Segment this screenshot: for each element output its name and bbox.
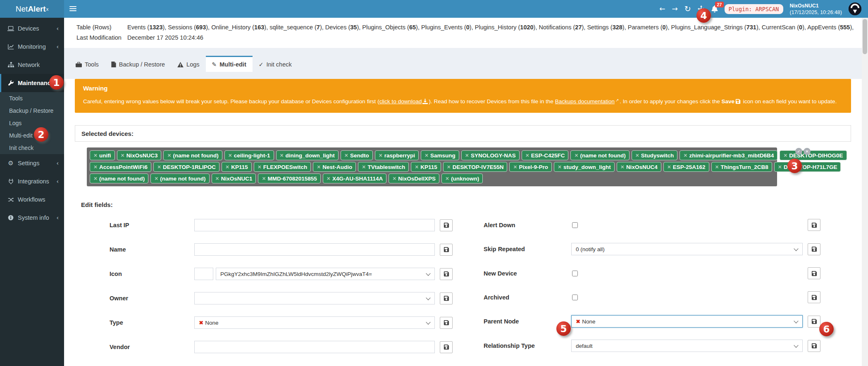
tab-tools[interactable]: Tools bbox=[69, 56, 105, 72]
device-tag[interactable]: MMD-67082015855 bbox=[258, 173, 320, 183]
device-tag[interactable]: NixOsDellXPS bbox=[389, 173, 439, 183]
save-name-button[interactable] bbox=[440, 244, 453, 256]
clear-devices-button[interactable] bbox=[804, 148, 811, 155]
remove-tag-icon[interactable] bbox=[362, 164, 366, 170]
sidebar-toggle-icon[interactable] bbox=[69, 5, 78, 12]
save-skip-repeated-button[interactable] bbox=[808, 243, 820, 255]
vendor-input[interactable] bbox=[194, 341, 435, 353]
device-tag[interactable]: raspberrypi bbox=[375, 150, 419, 160]
device-tag[interactable]: KP115 bbox=[222, 162, 252, 172]
device-tag[interactable]: ThingsTurn_2CB8 bbox=[711, 162, 772, 172]
remove-tag-icon[interactable] bbox=[225, 164, 229, 170]
device-tag[interactable]: unifi bbox=[90, 150, 115, 160]
remove-tag-icon[interactable] bbox=[415, 164, 419, 170]
remove-tag-icon[interactable] bbox=[683, 152, 687, 158]
device-tag[interactable]: AccessPointWiFi6 bbox=[90, 162, 151, 172]
remove-tag-icon[interactable] bbox=[93, 152, 98, 158]
save-new-device-button[interactable] bbox=[808, 267, 820, 279]
device-tag[interactable]: Sendto bbox=[341, 150, 373, 160]
remove-tag-icon[interactable] bbox=[447, 164, 451, 170]
save-owner-button[interactable] bbox=[440, 292, 453, 304]
sidebar-item-init-check[interactable]: Init check bbox=[0, 142, 64, 154]
remove-tag-icon[interactable] bbox=[667, 164, 671, 170]
sidebar-item-integrations[interactable]: Integrations ‹ bbox=[0, 172, 64, 190]
remove-tag-icon[interactable] bbox=[280, 152, 284, 158]
refresh-icon[interactable]: ↻ bbox=[684, 5, 691, 13]
save-last-ip-button[interactable] bbox=[440, 219, 453, 231]
icon-select[interactable]: PGkgY2xhc3M9ImZhIGZhLW5ldHdvcmstd2lyZWQi… bbox=[216, 268, 435, 280]
save-type-button[interactable] bbox=[440, 317, 453, 329]
remove-tag-icon[interactable] bbox=[167, 152, 171, 158]
device-tag[interactable]: Samsung bbox=[421, 150, 459, 160]
tab-logs[interactable]: Logs bbox=[171, 56, 205, 72]
name-input[interactable] bbox=[194, 243, 435, 256]
remove-tag-icon[interactable] bbox=[379, 152, 383, 158]
remove-tag-icon[interactable] bbox=[344, 152, 348, 158]
sidebar-item-tools[interactable]: Tools bbox=[0, 92, 64, 105]
device-tag[interactable]: KP115 bbox=[411, 162, 441, 172]
remove-tag-icon[interactable] bbox=[262, 176, 266, 181]
tab-init-check[interactable]: ✓ Init check bbox=[253, 56, 298, 72]
save-relationship-type-button[interactable] bbox=[808, 340, 820, 352]
archived-checkbox[interactable] bbox=[572, 295, 578, 300]
device-tag[interactable]: (unknown) bbox=[441, 173, 483, 183]
sidebar-item-settings[interactable]: ⚙ Settings ‹ bbox=[0, 154, 64, 172]
skip-repeated-select[interactable]: 0 (notify all) bbox=[571, 243, 803, 255]
device-tag[interactable]: (name not found) bbox=[570, 150, 629, 160]
device-tag[interactable]: (name not found) bbox=[90, 173, 148, 183]
remove-tag-icon[interactable] bbox=[93, 176, 98, 181]
device-tag[interactable]: SYNOLOGY-NAS bbox=[461, 150, 520, 160]
remove-tag-icon[interactable] bbox=[778, 164, 782, 170]
select-all-devices-button[interactable] bbox=[795, 148, 802, 155]
device-tag[interactable]: NixOsNUC1 bbox=[212, 173, 256, 183]
owner-select[interactable] bbox=[194, 292, 435, 304]
remove-tag-icon[interactable] bbox=[445, 176, 449, 181]
remove-tag-icon[interactable] bbox=[635, 152, 639, 158]
remove-tag-icon[interactable] bbox=[525, 152, 529, 158]
last-ip-input[interactable] bbox=[194, 219, 435, 231]
remove-tag-icon[interactable] bbox=[513, 164, 517, 170]
backups-documentation-link[interactable]: Backups documentation bbox=[555, 98, 615, 105]
sidebar-item-multi-edit[interactable]: Multi-edit bbox=[0, 129, 64, 142]
alert-down-checkbox[interactable] bbox=[572, 222, 578, 228]
device-tag[interactable]: NixOsNUC4 bbox=[617, 162, 661, 172]
device-tag[interactable]: (name not found) bbox=[163, 150, 222, 160]
remove-tag-icon[interactable] bbox=[327, 176, 331, 181]
parent-node-select[interactable]: None bbox=[571, 315, 803, 328]
type-select[interactable]: None bbox=[194, 316, 435, 329]
device-tag[interactable]: zhimi-airpurifier-mb3_mibtD6B4 bbox=[680, 150, 777, 160]
sidebar-item-network[interactable]: Network bbox=[0, 56, 64, 74]
device-tag[interactable]: NixOsNUC3 bbox=[117, 150, 162, 160]
notifications-bell-icon[interactable]: 27 bbox=[711, 5, 718, 12]
device-tag[interactable]: ESP-25A162 bbox=[663, 162, 709, 172]
icon-preview-input[interactable] bbox=[194, 268, 213, 280]
device-tag[interactable]: Nest-Audio bbox=[313, 162, 356, 172]
device-tag[interactable]: ceiling-light-1 bbox=[224, 150, 274, 160]
tab-multi-edit[interactable]: ✎ Multi-edit bbox=[206, 56, 253, 72]
device-tag[interactable]: dining_down_light bbox=[276, 150, 339, 160]
remove-tag-icon[interactable] bbox=[574, 152, 578, 158]
app-logo[interactable]: NetAlertx bbox=[0, 0, 64, 18]
save-archived-button[interactable] bbox=[808, 291, 820, 303]
device-tag[interactable]: ESP-C425FC bbox=[522, 150, 569, 160]
scrollbar-thumb[interactable] bbox=[863, 19, 867, 54]
save-icon-button[interactable] bbox=[440, 268, 453, 280]
back-arrow-icon[interactable]: ← bbox=[659, 5, 665, 12]
device-tag[interactable]: Studyswitch bbox=[632, 150, 678, 160]
save-vendor-button[interactable] bbox=[440, 341, 453, 353]
remove-tag-icon[interactable] bbox=[258, 164, 262, 170]
remove-tag-icon[interactable] bbox=[317, 164, 321, 170]
tab-backup-restore[interactable]: Backup / Restore bbox=[105, 56, 171, 72]
remove-tag-icon[interactable] bbox=[392, 176, 396, 181]
remove-tag-icon[interactable] bbox=[715, 164, 719, 170]
remove-tag-icon[interactable] bbox=[154, 176, 158, 181]
device-tag[interactable]: TVtableswitch bbox=[358, 162, 409, 172]
device-tag[interactable]: FLEXPOESwitch bbox=[254, 162, 311, 172]
new-device-checkbox[interactable] bbox=[572, 271, 578, 276]
device-tag[interactable]: DESKTOP-H71L7GE bbox=[774, 162, 841, 172]
device-tag[interactable]: study_down_light bbox=[554, 162, 615, 172]
remove-tag-icon[interactable] bbox=[93, 164, 98, 170]
device-tag[interactable]: DESKTOP-DIHOG0E bbox=[780, 150, 847, 160]
device-tag[interactable]: Pixel-9-Pro bbox=[509, 162, 552, 172]
save-alert-down-button[interactable] bbox=[808, 219, 820, 231]
